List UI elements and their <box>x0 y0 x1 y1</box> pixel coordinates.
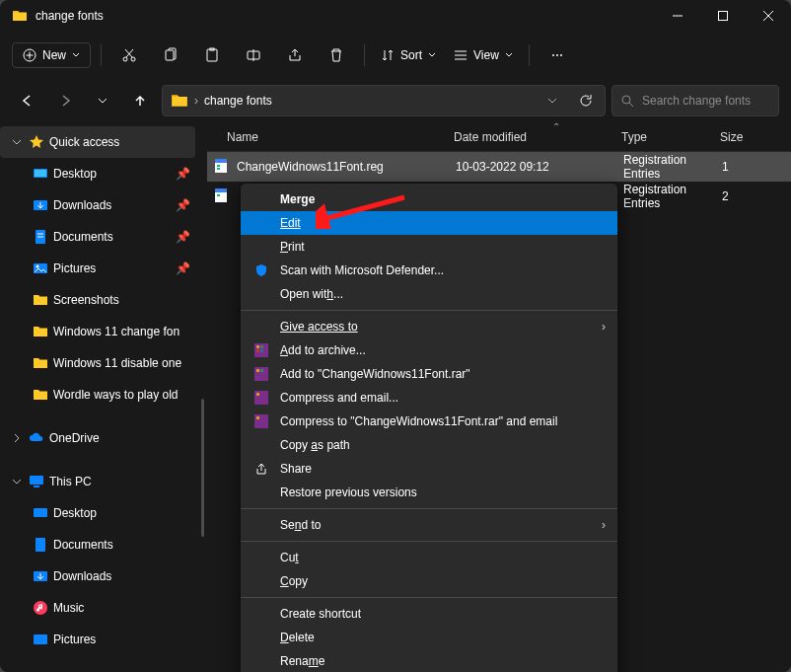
pin-icon: 📌 <box>176 230 195 244</box>
sidebar-pc-documents[interactable]: Documents <box>0 529 195 560</box>
col-size[interactable]: Size <box>720 130 791 144</box>
folder-icon <box>32 354 49 372</box>
menu-cut[interactable]: Cut <box>241 546 617 569</box>
menu-sendto[interactable]: Send to› <box>241 513 617 537</box>
search-box[interactable]: Search change fonts <box>611 85 779 116</box>
view-icon <box>454 48 467 62</box>
back-button[interactable] <box>12 85 43 116</box>
menu-copypath[interactable]: Copy as path <box>241 433 617 457</box>
sidebar-pc-pictures[interactable]: Pictures <box>0 624 195 655</box>
menu-openwith[interactable]: Open with... <box>241 282 617 306</box>
maximize-button[interactable] <box>700 0 746 32</box>
close-button[interactable] <box>746 0 791 32</box>
chevron-down-icon[interactable] <box>539 96 565 106</box>
col-date[interactable]: Date modified <box>454 130 621 144</box>
menu-share[interactable]: Share <box>241 457 617 481</box>
svg-rect-35 <box>36 538 45 552</box>
sidebar-item-desktop[interactable]: Desktop📌 <box>0 158 195 189</box>
col-name[interactable]: Name <box>207 130 454 144</box>
rename-button[interactable] <box>236 37 271 73</box>
cut-button[interactable] <box>111 37 147 73</box>
minimize-button[interactable] <box>655 0 700 32</box>
sidebar-item-folder[interactable]: Wordle ways to play old <box>0 379 195 411</box>
sidebar-item-pictures[interactable]: Pictures📌 <box>0 253 195 284</box>
svg-point-8 <box>131 57 135 61</box>
more-button[interactable] <box>539 37 575 73</box>
menu-restore[interactable]: Restore previous versions <box>241 481 617 504</box>
divider <box>529 44 530 66</box>
view-button[interactable]: View <box>448 44 519 66</box>
winrar-icon <box>252 365 270 383</box>
svg-rect-57 <box>256 416 259 419</box>
forward-button[interactable] <box>49 85 81 116</box>
column-headers[interactable]: ⌃ Name Date modified Type Size <box>207 122 791 152</box>
sidebar-item-folder[interactable]: Windows 11 disable one <box>0 347 195 379</box>
menu-createshortcut[interactable]: Create shortcut <box>241 602 617 626</box>
menu-scan[interactable]: Scan with Microsoft Defender... <box>241 259 617 282</box>
chevron-down-icon[interactable] <box>10 477 24 486</box>
svg-rect-33 <box>34 485 39 487</box>
winrar-icon <box>252 389 270 407</box>
breadcrumb-item[interactable]: change fonts <box>204 94 272 108</box>
sidebar[interactable]: Quick access Desktop📌 Downloads📌 Documen… <box>0 122 207 672</box>
menu-compressemail[interactable]: Compress and email... <box>241 386 617 410</box>
menu-copy[interactable]: Copy <box>241 569 617 593</box>
share-button[interactable] <box>277 37 313 73</box>
up-button[interactable] <box>124 85 156 116</box>
folder-icon <box>12 8 28 24</box>
downloads-icon <box>32 567 49 585</box>
menu-addto[interactable]: Add to "ChangeWidnows11Font.rar" <box>241 362 617 386</box>
svg-point-19 <box>552 54 554 56</box>
chevron-right-icon: › <box>602 320 606 334</box>
sidebar-pc-music[interactable]: Music <box>0 592 195 624</box>
context-menu: Merge Edit Print Scan with Microsoft Def… <box>240 183 618 672</box>
col-type[interactable]: Type <box>621 130 720 144</box>
svg-rect-48 <box>260 345 263 348</box>
sort-button[interactable]: Sort <box>375 44 442 66</box>
svg-point-20 <box>556 54 558 56</box>
chevron-down-icon[interactable] <box>10 137 24 147</box>
sidebar-quick-access[interactable]: Quick access <box>0 126 195 158</box>
address-bar[interactable]: › change fonts <box>162 85 606 116</box>
menu-rename[interactable]: Rename <box>241 649 617 672</box>
sidebar-item-downloads[interactable]: Downloads📌 <box>0 189 195 221</box>
copy-button[interactable] <box>153 37 188 73</box>
sidebar-item-screenshots[interactable]: Screenshots <box>0 284 195 316</box>
menu-compresstoemail[interactable]: Compress to "ChangeWidnows11Font.rar" an… <box>241 410 617 433</box>
chevron-right-icon[interactable]: › <box>194 94 198 108</box>
sidebar-thispc[interactable]: This PC <box>0 466 195 497</box>
share-icon <box>252 460 270 478</box>
refresh-button[interactable] <box>571 94 601 108</box>
window-title: change fonts <box>36 9 104 23</box>
file-row[interactable]: ChangeWidnows11Font.reg 10-03-2022 09:12… <box>207 152 791 182</box>
documents-icon <box>32 536 49 554</box>
paste-button[interactable] <box>194 37 230 73</box>
new-button[interactable]: New <box>12 42 91 68</box>
titlebar[interactable]: change fonts <box>0 0 791 32</box>
sidebar-pc-desktop[interactable]: Desktop <box>0 497 195 529</box>
desktop-icon <box>32 165 49 183</box>
sidebar-item-documents[interactable]: Documents📌 <box>0 221 195 253</box>
explorer-window: change fonts New Sort View <box>0 0 791 672</box>
new-label: New <box>42 48 66 62</box>
menu-giveaccess[interactable]: Give access to› <box>241 315 617 338</box>
search-placeholder: Search change fonts <box>642 94 751 108</box>
pin-icon: 📌 <box>176 167 195 181</box>
folder-icon <box>32 291 49 309</box>
sidebar-onedrive[interactable]: OneDrive <box>0 422 195 454</box>
recent-button[interactable] <box>87 85 118 116</box>
sidebar-pc-downloads[interactable]: Downloads <box>0 560 195 592</box>
delete-button[interactable] <box>319 37 354 73</box>
svg-rect-49 <box>256 349 259 352</box>
menu-print[interactable]: Print <box>241 235 617 259</box>
folder-icon <box>32 323 49 340</box>
menu-edit[interactable]: Edit <box>241 211 617 235</box>
menu-merge[interactable]: Merge <box>241 187 617 211</box>
window-controls <box>655 0 791 32</box>
svg-line-10 <box>125 49 132 57</box>
chevron-right-icon[interactable] <box>10 433 24 443</box>
menu-addarchive[interactable]: Add to archive... <box>241 338 617 362</box>
menu-delete[interactable]: Delete <box>241 626 617 649</box>
downloads-icon <box>32 196 49 214</box>
sidebar-item-folder[interactable]: Windows 11 change fon <box>0 316 195 347</box>
